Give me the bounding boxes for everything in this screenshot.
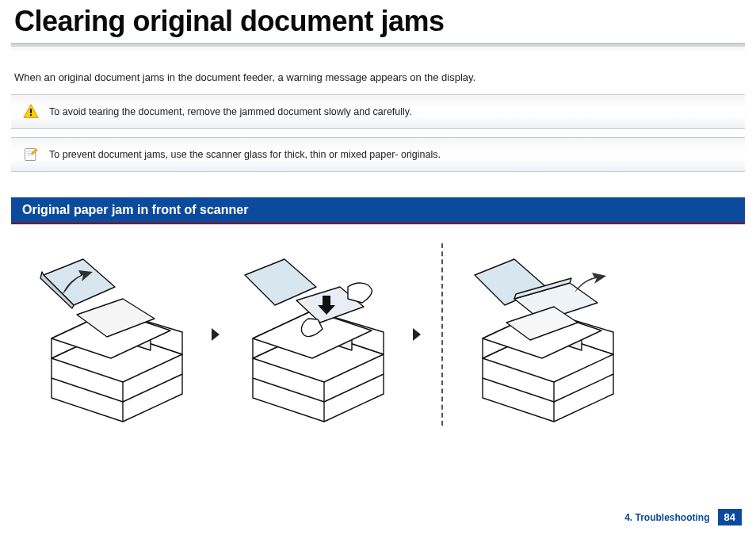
note-icon (22, 146, 40, 163)
warning-icon (22, 103, 40, 120)
warning-text: To avoid tearing the document, remove th… (49, 106, 412, 117)
figure-sequence (0, 224, 756, 426)
step-arrow-icon (408, 328, 426, 341)
svg-rect-3 (25, 149, 36, 161)
svg-rect-1 (30, 109, 32, 113)
sequence-divider (441, 243, 443, 426)
figure-step-2 (229, 243, 403, 426)
intro-paragraph: When an original document jams in the do… (0, 65, 756, 94)
title-divider (11, 43, 745, 57)
chapter-label: 4. Troubleshooting (624, 512, 709, 523)
note-text: To prevent document jams, use the scanne… (49, 149, 441, 160)
figure-step-3 (459, 243, 633, 426)
step-arrow-icon (207, 328, 224, 341)
svg-rect-2 (30, 114, 32, 116)
warning-callout: To avoid tearing the document, remove th… (11, 94, 745, 129)
page-footer: 4. Troubleshooting 84 (624, 509, 742, 525)
note-callout: To prevent document jams, use the scanne… (11, 137, 745, 172)
figure-step-1 (28, 243, 202, 426)
page-title: Clearing original document jams (0, 0, 756, 41)
section-heading: Original paper jam in front of scanner (11, 197, 745, 224)
svg-marker-9 (44, 259, 115, 305)
page-number: 84 (718, 509, 742, 525)
svg-rect-19 (323, 296, 330, 305)
